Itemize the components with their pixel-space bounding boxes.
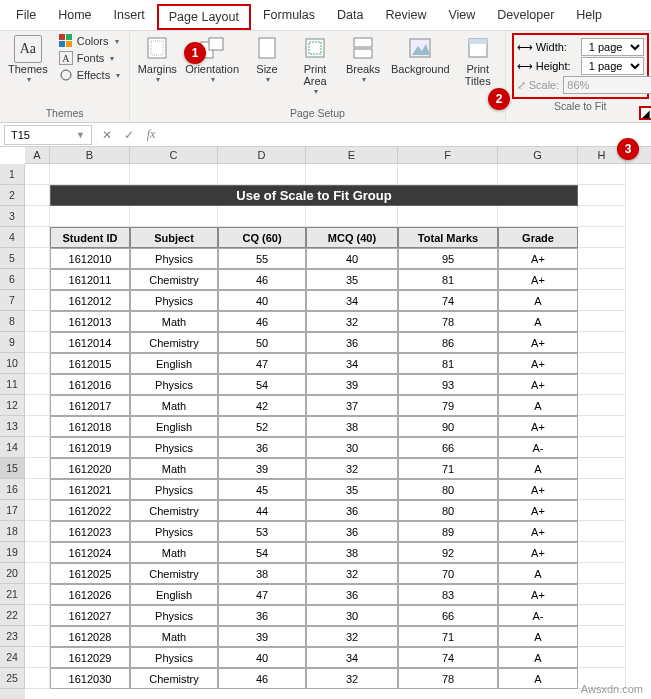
cell[interactable] [25,500,50,521]
colors-button[interactable]: Colors [56,33,123,49]
data-cell[interactable]: 1612014 [50,332,130,353]
data-cell[interactable]: A+ [498,416,578,437]
size-button[interactable]: Size [246,33,288,86]
breaks-button[interactable]: Breaks [342,33,384,86]
data-cell[interactable]: 80 [398,500,498,521]
data-cell[interactable]: 47 [218,353,306,374]
print-titles-button[interactable]: Print Titles [457,33,499,89]
data-cell[interactable]: Chemistry [130,332,218,353]
fonts-button[interactable]: A Fonts [56,50,123,66]
cell[interactable] [25,416,50,437]
data-cell[interactable]: Physics [130,605,218,626]
data-cell[interactable]: 55 [218,248,306,269]
cell[interactable] [578,227,626,248]
data-cell[interactable]: A [498,311,578,332]
data-cell[interactable]: 39 [218,626,306,647]
data-cell[interactable]: 36 [306,332,398,353]
row-header[interactable]: 25 [0,668,25,689]
cell[interactable] [306,206,398,227]
data-cell[interactable]: 30 [306,605,398,626]
cell[interactable] [498,206,578,227]
data-cell[interactable]: 1612021 [50,479,130,500]
data-cell[interactable]: 1612013 [50,311,130,332]
data-cell[interactable]: 1612026 [50,584,130,605]
data-cell[interactable]: A [498,395,578,416]
data-cell[interactable]: A- [498,437,578,458]
tab-help[interactable]: Help [566,4,612,30]
data-cell[interactable]: 52 [218,416,306,437]
scale-dialog-launcher[interactable]: ◢ [639,106,651,120]
data-cell[interactable]: Physics [130,521,218,542]
cells-area[interactable]: Use of Scale to Fit GroupStudent IDSubje… [25,164,651,699]
data-cell[interactable]: 32 [306,563,398,584]
data-cell[interactable]: 79 [398,395,498,416]
cell[interactable] [25,584,50,605]
data-cell[interactable]: English [130,584,218,605]
cell[interactable] [498,164,578,185]
tab-insert[interactable]: Insert [104,4,155,30]
data-cell[interactable]: 70 [398,563,498,584]
data-cell[interactable]: 36 [218,605,306,626]
cell[interactable] [578,542,626,563]
cell[interactable] [25,206,50,227]
data-cell[interactable]: A+ [498,500,578,521]
data-cell[interactable]: A [498,458,578,479]
data-cell[interactable]: A [498,647,578,668]
cell[interactable] [25,227,50,248]
cell[interactable] [50,164,130,185]
data-cell[interactable]: A [498,626,578,647]
data-cell[interactable]: 66 [398,605,498,626]
data-cell[interactable]: 34 [306,290,398,311]
cell[interactable] [25,395,50,416]
cell[interactable] [25,164,50,185]
header-cell[interactable]: Subject [130,227,218,248]
row-header[interactable]: 1 [0,164,25,185]
data-cell[interactable]: A+ [498,269,578,290]
data-cell[interactable]: Math [130,542,218,563]
cell[interactable] [578,626,626,647]
data-cell[interactable]: Physics [130,647,218,668]
cell[interactable] [25,311,50,332]
data-cell[interactable]: Chemistry [130,563,218,584]
cell[interactable] [25,479,50,500]
data-cell[interactable]: Physics [130,374,218,395]
data-cell[interactable]: Math [130,626,218,647]
data-cell[interactable]: 1612025 [50,563,130,584]
tab-file[interactable]: File [6,4,46,30]
data-cell[interactable]: 78 [398,311,498,332]
data-cell[interactable]: English [130,416,218,437]
data-cell[interactable]: 81 [398,269,498,290]
data-cell[interactable]: 1612015 [50,353,130,374]
cell[interactable] [25,185,50,206]
data-cell[interactable]: 39 [218,458,306,479]
data-cell[interactable]: 37 [306,395,398,416]
data-cell[interactable]: 1612030 [50,668,130,689]
themes-button[interactable]: Aa Themes [6,33,50,86]
cell[interactable] [25,353,50,374]
data-cell[interactable]: 80 [398,479,498,500]
row-header[interactable]: 18 [0,521,25,542]
data-cell[interactable]: 81 [398,353,498,374]
data-cell[interactable]: 71 [398,626,498,647]
row-header[interactable]: 8 [0,311,25,332]
data-cell[interactable]: 38 [306,542,398,563]
cell[interactable] [578,185,626,206]
cell[interactable] [306,164,398,185]
data-cell[interactable]: Chemistry [130,668,218,689]
col-header-C[interactable]: C [130,147,218,163]
data-cell[interactable]: 46 [218,269,306,290]
data-cell[interactable]: 1612024 [50,542,130,563]
data-cell[interactable]: 1612023 [50,521,130,542]
cell[interactable] [25,521,50,542]
data-cell[interactable]: 93 [398,374,498,395]
data-cell[interactable]: 90 [398,416,498,437]
data-cell[interactable]: 34 [306,647,398,668]
tab-formulas[interactable]: Formulas [253,4,325,30]
data-cell[interactable]: 1612027 [50,605,130,626]
data-cell[interactable]: 71 [398,458,498,479]
data-cell[interactable]: 32 [306,311,398,332]
data-cell[interactable]: Physics [130,290,218,311]
row-header[interactable]: 2 [0,185,25,206]
col-header-D[interactable]: D [218,147,306,163]
col-header-F[interactable]: F [398,147,498,163]
